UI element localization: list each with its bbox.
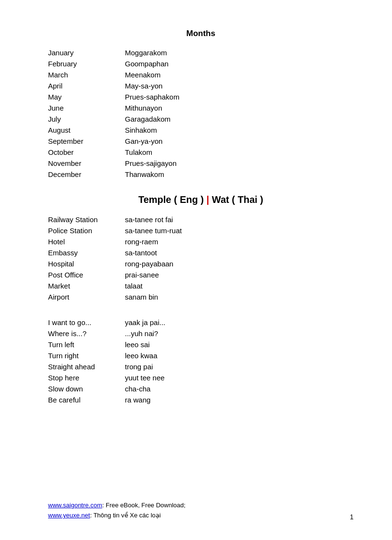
place-english: Railway Station bbox=[48, 214, 125, 225]
table-row: October Tulakom bbox=[48, 147, 354, 158]
month-thai: Mithunayon bbox=[125, 102, 354, 113]
table-row: May Prues-saphakom bbox=[48, 91, 354, 102]
place-thai: talaat bbox=[125, 280, 354, 291]
place-english: Embassy bbox=[48, 247, 125, 258]
table-row: Be careful ra wang bbox=[48, 394, 354, 405]
month-thai: Thanwakom bbox=[125, 169, 354, 180]
months-title: Months bbox=[48, 29, 354, 38]
table-row: Turn left leeo sai bbox=[48, 339, 354, 350]
table-row: Police Station sa-tanee tum-ruat bbox=[48, 225, 354, 236]
place-english: Police Station bbox=[48, 225, 125, 236]
place-thai: sa-tanee tum-ruat bbox=[125, 225, 354, 236]
month-thai: Gan-ya-yon bbox=[125, 136, 354, 147]
table-row: Airport sanam bin bbox=[48, 291, 354, 302]
month-english: June bbox=[48, 102, 125, 113]
phrase-english: Turn left bbox=[48, 339, 125, 350]
phrase-english: I want to go... bbox=[48, 317, 125, 328]
place-thai: rong-raem bbox=[125, 236, 354, 247]
month-thai: Tulakom bbox=[125, 147, 354, 158]
month-english: November bbox=[48, 158, 125, 169]
month-thai: Goompaphan bbox=[125, 58, 354, 69]
month-english: December bbox=[48, 169, 125, 180]
phrase-thai: yaak ja pai... bbox=[125, 317, 354, 328]
place-thai: rong-payabaan bbox=[125, 258, 354, 269]
month-thai: Meenakom bbox=[125, 69, 354, 80]
place-thai: prai-sanee bbox=[125, 269, 354, 280]
place-thai: sanam bin bbox=[125, 291, 354, 302]
table-row: September Gan-ya-yon bbox=[48, 136, 354, 147]
table-row: Straight ahead trong pai bbox=[48, 361, 354, 372]
month-thai: Moggarakom bbox=[125, 47, 354, 58]
month-thai: May-sa-yon bbox=[125, 80, 354, 91]
saigontre-link[interactable]: www.saigontre.com bbox=[48, 502, 102, 509]
table-row: July Garagadakom bbox=[48, 113, 354, 125]
table-row: Post Office prai-sanee bbox=[48, 269, 354, 280]
table-row: Railway Station sa-tanee rot fai bbox=[48, 214, 354, 225]
footer-link1-line: www.saigontre.com: Free eBook, Free Down… bbox=[48, 501, 185, 511]
phrase-thai: leeo sai bbox=[125, 339, 354, 350]
month-english: September bbox=[48, 136, 125, 147]
table-row: June Mithunayon bbox=[48, 102, 354, 113]
temple-pipe: | bbox=[207, 194, 209, 205]
place-english: Market bbox=[48, 280, 125, 291]
table-row: Market talaat bbox=[48, 280, 354, 291]
place-thai: sa-tantoot bbox=[125, 247, 354, 258]
phrase-english: Where is...? bbox=[48, 328, 125, 339]
phrase-thai: leeo kwaa bbox=[125, 350, 354, 361]
phrase-english: Straight ahead bbox=[48, 361, 125, 372]
month-english: July bbox=[48, 113, 125, 125]
phrase-thai: cha-cha bbox=[125, 383, 354, 394]
phrase-english: Stop here bbox=[48, 372, 125, 383]
phrases-section: I want to go... yaak ja pai... Where is.… bbox=[48, 317, 354, 405]
table-row: Slow down cha-cha bbox=[48, 383, 354, 394]
footer-link2-line: www.yeuxe.net: Thông tin về Xe các loại bbox=[48, 511, 185, 521]
months-section: Months January Moggarakom February Goomp… bbox=[48, 29, 354, 180]
phrase-thai: ra wang bbox=[125, 394, 354, 405]
table-row: Hospital rong-payabaan bbox=[48, 258, 354, 269]
temple-title: Temple ( Eng ) | Wat ( Thai ) bbox=[48, 194, 354, 205]
month-thai: Sinhakom bbox=[125, 125, 354, 136]
month-thai: Prues-saphakom bbox=[125, 91, 354, 102]
table-row: February Goompaphan bbox=[48, 58, 354, 69]
page-number: 1 bbox=[350, 513, 354, 521]
yeuxe-link[interactable]: www.yeuxe.net bbox=[48, 512, 90, 519]
month-english: April bbox=[48, 80, 125, 91]
footer: www.saigontre.com: Free eBook, Free Down… bbox=[48, 501, 354, 521]
table-row: December Thanwakom bbox=[48, 169, 354, 180]
footer-link2-desc: : Thông tin về Xe các loại bbox=[90, 512, 160, 519]
months-table: January Moggarakom February Goompaphan M… bbox=[48, 47, 354, 180]
month-english: October bbox=[48, 147, 125, 158]
table-row: Stop here yuut tee nee bbox=[48, 372, 354, 383]
place-english: Airport bbox=[48, 291, 125, 302]
table-row: Hotel rong-raem bbox=[48, 236, 354, 247]
temple-eng-label: Temple ( Eng ) bbox=[138, 194, 204, 205]
month-english: March bbox=[48, 69, 125, 80]
footer-links: www.saigontre.com: Free eBook, Free Down… bbox=[48, 501, 185, 521]
phrase-english: Slow down bbox=[48, 383, 125, 394]
places-table: Railway Station sa-tanee rot fai Police … bbox=[48, 214, 354, 302]
place-thai: sa-tanee rot fai bbox=[125, 214, 354, 225]
phrase-english: Turn right bbox=[48, 350, 125, 361]
month-english: August bbox=[48, 125, 125, 136]
table-row: Embassy sa-tantoot bbox=[48, 247, 354, 258]
footer-link1-desc: : Free eBook, Free Download; bbox=[102, 502, 185, 509]
month-thai: Prues-sajigayon bbox=[125, 158, 354, 169]
table-row: August Sinhakom bbox=[48, 125, 354, 136]
phrase-thai: ...yuh nai? bbox=[125, 328, 354, 339]
table-row: November Prues-sajigayon bbox=[48, 158, 354, 169]
month-thai: Garagadakom bbox=[125, 113, 354, 125]
temple-thai-label: Wat ( Thai ) bbox=[212, 194, 263, 205]
table-row: April May-sa-yon bbox=[48, 80, 354, 91]
month-english: May bbox=[48, 91, 125, 102]
phrase-english: Be careful bbox=[48, 394, 125, 405]
page: Months January Moggarakom February Goomp… bbox=[0, 0, 392, 540]
table-row: Turn right leeo kwaa bbox=[48, 350, 354, 361]
month-english: January bbox=[48, 47, 125, 58]
table-row: January Moggarakom bbox=[48, 47, 354, 58]
month-english: February bbox=[48, 58, 125, 69]
place-english: Post Office bbox=[48, 269, 125, 280]
table-row: I want to go... yaak ja pai... bbox=[48, 317, 354, 328]
phrases-table: I want to go... yaak ja pai... Where is.… bbox=[48, 317, 354, 405]
place-english: Hospital bbox=[48, 258, 125, 269]
phrase-thai: trong pai bbox=[125, 361, 354, 372]
